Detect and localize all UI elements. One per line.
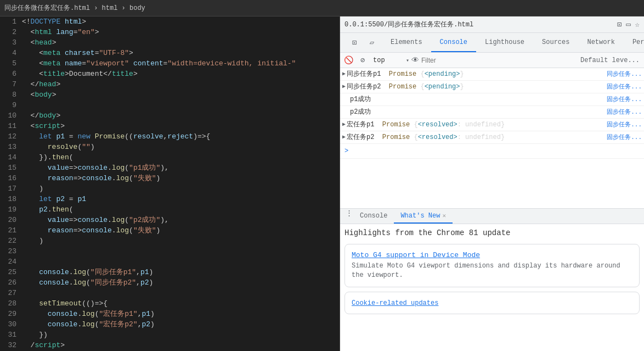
tab-bottom-console[interactable]: Console bbox=[353, 209, 394, 224]
code-line: console.log("宏任务p1",p1) bbox=[22, 309, 337, 319]
device-icon[interactable]: ▭ bbox=[626, 20, 630, 29]
expand-icon[interactable]: ▶ bbox=[342, 69, 346, 80]
expand-icon[interactable]: ▶ bbox=[342, 132, 346, 143]
code-line: /script> bbox=[22, 340, 337, 350]
whats-new-title: Highlights from the Chrome 81 update bbox=[344, 229, 640, 237]
feature-card-2: Cookie-related updates bbox=[344, 292, 640, 314]
code-line: value=>console.log("p2成功"), bbox=[22, 215, 337, 225]
code-line: <html lang="en"> bbox=[22, 27, 337, 37]
code-line: <body> bbox=[22, 90, 337, 100]
context-selector[interactable]: top bbox=[371, 55, 404, 65]
star-icon[interactable]: ☆ bbox=[635, 20, 640, 29]
code-line bbox=[22, 288, 337, 298]
context-arrow-icon: ▾ bbox=[406, 57, 409, 64]
inspect-icon[interactable]: ⊡ bbox=[347, 35, 362, 51]
console-text: 宏任务p2 Promise {<resolved>: undefined} bbox=[347, 132, 602, 143]
console-source[interactable]: 固步任务... bbox=[602, 107, 642, 118]
console-source[interactable]: 固步任务... bbox=[602, 132, 642, 143]
code-line: console.log("同步任务p1",p1) bbox=[22, 267, 337, 277]
breadcrumb: 同步任务微任务宏任务.html › html › body bbox=[4, 3, 145, 13]
code-line: console.log("同步任务p2",p2) bbox=[22, 277, 337, 288]
console-source[interactable]: 固步任务... bbox=[602, 119, 642, 130]
code-line: <meta charset="UTF-8"> bbox=[22, 48, 337, 58]
console-input[interactable] bbox=[351, 147, 642, 155]
console-row: ▶ 宏任务p1 Promise {<resolved>: undefined} … bbox=[340, 119, 644, 131]
expand-icon[interactable]: ▶ bbox=[342, 119, 346, 130]
console-text: 同步任务p2 Promise {<pending>} bbox=[347, 81, 602, 92]
tab-console[interactable]: Console bbox=[431, 33, 476, 52]
console-row: p2成功 固步任务... bbox=[340, 106, 644, 119]
code-line bbox=[22, 246, 337, 257]
filter-input[interactable] bbox=[421, 57, 578, 64]
console-row: p1成功 固步任务... bbox=[340, 93, 644, 106]
code-line: let p2 = p1 bbox=[22, 194, 337, 204]
main-area: 1 2 3 4 5 6 7 8 9 10 11 12 13 14 15 16 1… bbox=[0, 16, 644, 351]
tab-elements[interactable]: Elements bbox=[382, 33, 431, 52]
code-line: </head> bbox=[22, 79, 337, 90]
code-line: ) bbox=[22, 236, 337, 246]
feature-link-2[interactable]: Cookie-related updates bbox=[352, 299, 438, 307]
code-line: console.log("宏任务p2",p2) bbox=[22, 319, 337, 330]
console-text: 宏任务p1 Promise {<resolved>: undefined} bbox=[347, 119, 602, 130]
default-level-label[interactable]: Default leve... bbox=[580, 57, 642, 64]
code-line: p2.then( bbox=[22, 204, 337, 215]
devtools-icons: ⊡ ▭ ☆ bbox=[617, 20, 640, 29]
devtools-url: 0.0.1:5500/同步任务微任务宏任务.html bbox=[344, 20, 613, 29]
code-line: <meta name="viewport" content="width=dev… bbox=[22, 58, 337, 69]
tab-close-icon[interactable]: ✕ bbox=[442, 212, 446, 219]
code-line: reason=>console.log("失败") bbox=[22, 173, 337, 183]
devtools-toolbar: 🚫 ⊘ top ▾ 👁 Default leve... bbox=[340, 53, 644, 68]
bottom-tabs: ⋮ Console What's New ✕ bbox=[340, 209, 644, 224]
tab-sources[interactable]: Sources bbox=[533, 33, 578, 52]
console-text: p1成功 bbox=[350, 94, 602, 105]
cursor-icon[interactable]: ⊡ bbox=[617, 20, 622, 29]
feature-card-1: Moto G4 support in Device Mode Simulate … bbox=[344, 244, 640, 287]
bottom-panel-menu-icon[interactable]: ⋮ bbox=[344, 209, 353, 218]
tab-performance[interactable]: Perfor... bbox=[624, 33, 644, 52]
code-line: <title>Document</title> bbox=[22, 69, 337, 79]
console-source[interactable]: 同步任务... bbox=[602, 69, 642, 80]
console-source[interactable]: 固步任务... bbox=[602, 81, 642, 92]
console-row: ▶ 宏任务p2 Promise {<resolved>: undefined} … bbox=[340, 131, 644, 144]
filter-bar: top ▾ 👁 Default leve... bbox=[371, 55, 642, 65]
console-output: ▶ 同步任务p1 Promise {<pending>} 同步任务... ▶ 同… bbox=[340, 68, 644, 208]
code-line: </body> bbox=[22, 110, 337, 121]
console-row: ▶ 同步任务p2 Promise {<pending>} 固步任务... bbox=[340, 81, 644, 93]
code-line: <script> bbox=[22, 121, 337, 131]
browser-bar: 同步任务微任务宏任务.html › html › body bbox=[0, 0, 644, 16]
feature-link-1[interactable]: Moto G4 support in Device Mode bbox=[352, 251, 632, 259]
code-line: }) bbox=[22, 330, 337, 340]
tab-lighthouse[interactable]: Lighthouse bbox=[476, 33, 533, 52]
feature-desc-1: Simulate Moto G4 viewport dimensions and… bbox=[352, 262, 620, 279]
code-lines: 1 2 3 4 5 6 7 8 9 10 11 12 13 14 15 16 1… bbox=[0, 16, 340, 351]
eye-icon[interactable]: 👁 bbox=[411, 56, 419, 65]
code-editor: 1 2 3 4 5 6 7 8 9 10 11 12 13 14 15 16 1… bbox=[0, 16, 340, 351]
bottom-panel: ⋮ Console What's New ✕ Highlights from t… bbox=[340, 208, 644, 351]
code-line: reason=>console.log("失败") bbox=[22, 225, 337, 236]
devtools-panel: 0.0.1:5500/同步任务微任务宏任务.html ⊡ ▭ ☆ ⊡ ▱ Ele… bbox=[340, 16, 644, 351]
console-source[interactable]: 固步任务... bbox=[602, 94, 642, 105]
tab-bottom-whats-new[interactable]: What's New ✕ bbox=[394, 209, 453, 224]
console-text: p2成功 bbox=[350, 107, 602, 118]
code-content[interactable]: <!DOCTYPE html> <html lang="en"> <head> … bbox=[20, 16, 340, 351]
console-input-row: > bbox=[340, 144, 644, 159]
devtools-url-bar: 0.0.1:5500/同步任务微任务宏任务.html ⊡ ▭ ☆ bbox=[340, 16, 644, 33]
expand-icon[interactable]: ▶ bbox=[342, 81, 346, 92]
code-line bbox=[22, 257, 337, 267]
code-line: let p1 = new Promise((resolve,reject)=>{ bbox=[22, 131, 337, 142]
code-line: ) bbox=[22, 183, 337, 194]
code-line: <head> bbox=[22, 37, 337, 48]
code-line: }).then( bbox=[22, 152, 337, 163]
code-line bbox=[22, 100, 337, 110]
tab-network[interactable]: Network bbox=[578, 33, 623, 52]
console-row: ▶ 同步任务p1 Promise {<pending>} 同步任务... bbox=[340, 68, 644, 81]
filter-icon[interactable]: ⊘ bbox=[357, 54, 369, 66]
code-line: <!DOCTYPE html> bbox=[22, 16, 337, 27]
clear-console-icon[interactable]: 🚫 bbox=[342, 54, 354, 66]
code-line: setTimeout(()=>{ bbox=[22, 298, 337, 309]
code-line: resolve("") bbox=[22, 142, 337, 152]
device-toggle-icon[interactable]: ▱ bbox=[364, 35, 380, 51]
devtools-tab-icons: ⊡ ▱ bbox=[344, 33, 382, 52]
devtools-tabs: ⊡ ▱ Elements Console Lighthouse Sources … bbox=[340, 33, 644, 53]
code-line: value=>console.log("p1成功"), bbox=[22, 163, 337, 173]
